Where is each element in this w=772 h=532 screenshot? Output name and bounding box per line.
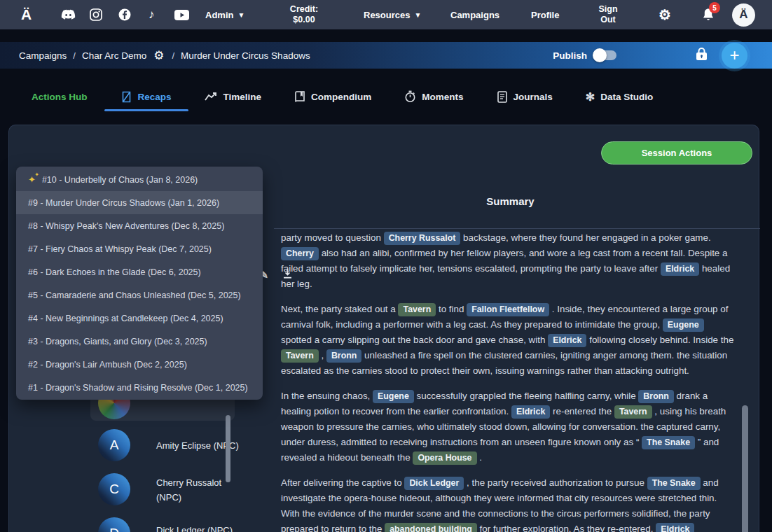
summary-text: party moved to question Cherry Russalot … [281,230,735,532]
entity-chip-fallon-fleetfellow[interactable]: Fallon Fleetfellow [467,303,549,316]
summary-scrollbar[interactable] [742,405,748,532]
settings-gear-icon[interactable]: ⚙ [659,0,671,29]
character-name[interactable]: Cherry Russalot (NPC) [156,475,233,505]
tab-journals[interactable]: Journals [497,91,553,103]
session-option[interactable]: ✦✦#10 - Underbelly of Chaos (Jan 8, 2026… [16,168,263,191]
asterisk-icon: ✻ [586,90,595,104]
nav-resources[interactable]: Resources ▼ [364,0,421,29]
entity-chip-the-snake[interactable]: The Snake [647,477,701,490]
sparkles-icon: ✦✦ [28,174,36,185]
breadcrumb-bar: Campaigns / Char Arc Demo ⚙ / Murder Und… [0,42,772,69]
notifications-bell[interactable]: 5 [702,0,715,29]
publish-label: Publish [553,50,587,61]
character-avatar[interactable]: A [98,429,130,461]
entity-chip-the-snake[interactable]: The Snake [642,436,695,449]
book-icon [294,91,305,103]
entity-chip-eldrick[interactable]: Eldrick [661,262,699,276]
publish-control: Publish [553,50,616,61]
entity-chip-tavern[interactable]: Tavern [398,303,436,316]
nav-campaigns[interactable]: Campaigns [450,0,499,29]
session-actions-button[interactable]: Session Actions [601,141,752,164]
chevron-down-icon: ▼ [414,11,421,19]
entity-chip-eugene[interactable]: Eugene [663,318,704,332]
entity-chip-cherry[interactable]: Cherry [281,247,319,260]
tab-actions-hub[interactable]: Actions Hub [32,92,88,102]
stopwatch-icon [404,90,416,103]
entity-chip-eldrick[interactable]: Eldrick [548,334,586,347]
breadcrumb-session-name[interactable]: Murder Under Circus Shadows [181,50,310,61]
tab-data-studio[interactable]: ✻ Data Studio [586,90,653,104]
session-dropdown: ✦✦#10 - Underbelly of Chaos (Jan 8, 2026… [16,167,263,400]
lock-icon[interactable] [695,47,708,64]
chevron-down-icon: ▼ [237,11,244,19]
user-avatar[interactable]: Ä [732,0,755,29]
entity-chip-tavern[interactable]: Tavern [614,405,652,419]
character-avatar[interactable]: C [98,473,130,505]
session-option[interactable]: #9 - Murder Under Circus Shadows (Jan 1,… [16,191,263,214]
breadcrumb-campaign-name[interactable]: Char Arc Demo [82,50,146,61]
session-option[interactable]: #7 - Fiery Chaos at Whispy Peak (Dec 7, … [16,237,263,260]
session-option[interactable]: #8 - Whispy Peak's New Adventures (Dec 8… [16,214,263,237]
top-navbar: Ä ♪ Admin ▼ Credit: $0.00 Resources ▼ Ca… [0,0,772,29]
entity-chip-eldrick[interactable]: Eldrick [511,405,550,419]
tab-timeline[interactable]: Timeline [205,92,262,102]
discord-icon[interactable] [61,0,76,29]
character-avatar[interactable]: D [98,517,130,532]
session-option[interactable]: #1 - Dragon's Shadow and Rising Resolve … [16,376,263,399]
recap-card: Murder Under Circus Shadows ▲ ✎ Session … [8,125,759,532]
session-option[interactable]: #2 - Dragon's Lair Ambush (Dec 2, 2025) [16,353,263,376]
admin-menu[interactable]: Admin ▼ [205,0,244,29]
entity-chip-cherry-russalot[interactable]: Cherry Russalot [384,232,461,245]
notification-badge: 5 [709,2,720,13]
facebook-icon[interactable] [118,0,131,29]
breadcrumb-campaigns[interactable]: Campaigns [19,50,67,61]
app-logo[interactable]: Ä [21,0,32,29]
session-option[interactable]: #5 - Camaraderie and Chaos Unleashed (De… [16,284,263,307]
sidebar-scrollbar[interactable] [226,415,230,482]
character-name[interactable]: Dick Ledger (NPC) [156,523,233,532]
tab-moments[interactable]: Moments [404,90,463,103]
tab-recaps[interactable]: Recaps [120,91,172,103]
session-option[interactable]: #3 - Dragons, Giants, and Glory (Dec 3, … [16,330,263,353]
summary-heading: Summary [274,195,747,207]
entity-chip-opera-house[interactable]: Opera House [413,451,476,465]
publish-toggle[interactable] [595,50,616,60]
breadcrumb: Campaigns / Char Arc Demo ⚙ / Murder Und… [19,48,310,63]
session-tabs: Actions Hub Recaps Timeline Compendium M… [32,80,653,113]
nav-profile[interactable]: Profile [531,0,559,29]
scroll-icon [120,91,132,103]
credit-display: Credit: $0.00 [284,0,324,29]
instagram-icon[interactable] [90,0,102,29]
entity-chip-eugene[interactable]: Eugene [373,390,414,403]
entity-chip-abandoned-building[interactable]: abandoned building [385,523,477,532]
entity-chip-bronn[interactable]: Bronn [326,349,361,363]
tiktok-icon[interactable]: ♪ [149,0,155,29]
session-option[interactable]: #4 - New Beginnings at Candlekeep (Dec 4… [16,307,263,330]
nav-signout[interactable]: Sign Out [593,0,623,29]
session-option[interactable]: #6 - Dark Echoes in the Glade (Dec 6, 20… [16,260,263,284]
entity-chip-eldrick[interactable]: Eldrick [656,523,694,532]
entity-chip-bronn[interactable]: Bronn [638,390,673,403]
youtube-icon[interactable] [174,0,189,29]
campaign-settings-gear-icon[interactable]: ⚙ [153,48,164,63]
tab-compendium[interactable]: Compendium [294,91,371,103]
entity-chip-tavern[interactable]: Tavern [281,349,319,363]
timeline-icon [205,92,218,102]
entity-chip-dick-ledger[interactable]: Dick Ledger [404,477,464,490]
journal-icon [497,91,508,103]
add-button[interactable]: + [722,43,747,69]
